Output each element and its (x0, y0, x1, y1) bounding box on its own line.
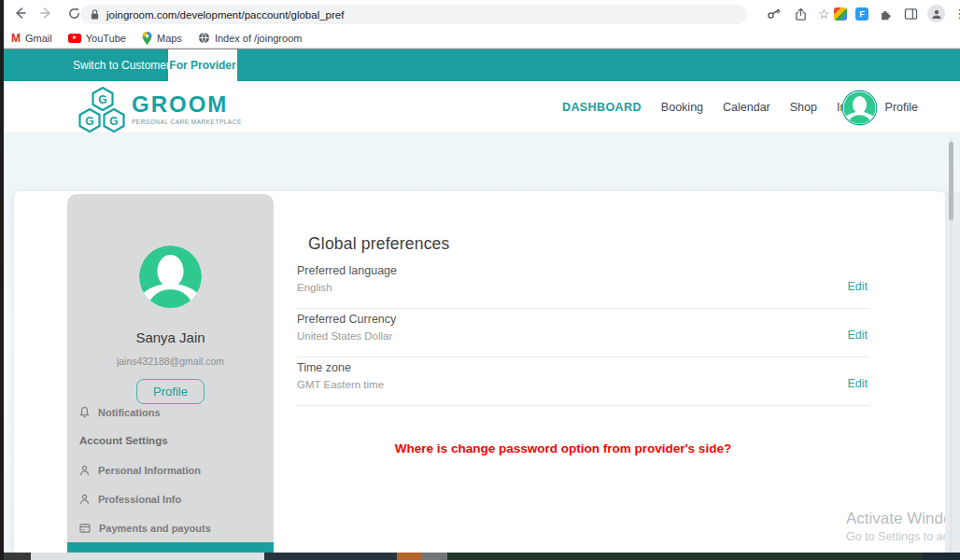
browser-menu-icon[interactable]: ⋮ (953, 7, 960, 20)
sidebar-item-notifications[interactable]: Notifications (67, 398, 274, 427)
preference-label: Time zone (297, 361, 351, 374)
edit-currency-link[interactable]: Edit (847, 329, 868, 342)
globe-icon (198, 32, 210, 44)
svg-text:G: G (98, 93, 106, 106)
person-icon (79, 465, 90, 476)
side-panel-icon[interactable] (902, 6, 919, 22)
sidebar-item-payments-and-payouts[interactable]: Payments and payouts (67, 513, 274, 542)
taskbar-edge (0, 553, 960, 560)
brand-name: GROOM (132, 93, 242, 116)
bookmark-star-icon[interactable]: ☆ (818, 7, 830, 21)
sidebar-menu: Notifications Account Settings Personal … (67, 398, 274, 560)
nav-calendar[interactable]: Calendar (723, 101, 770, 114)
nav-shop[interactable]: Shop (790, 101, 817, 114)
bell-icon (79, 406, 90, 418)
nav-booking[interactable]: Booking (661, 101, 703, 114)
extension-blue-icon[interactable]: F (855, 7, 868, 21)
preference-row-currency: Preferred Currency United States Dollar … (297, 309, 869, 357)
user-name: Sanya Jain (135, 329, 205, 345)
forward-icon[interactable] (38, 5, 55, 21)
groom-hexagon-mark: G G G (78, 86, 125, 134)
sidebar-item-professional-info[interactable]: Professional Info (67, 484, 274, 513)
edit-language-link[interactable]: Edit (847, 280, 868, 293)
preference-value: English (297, 282, 332, 293)
bookmark-index[interactable]: Index of /joingroom (198, 32, 303, 44)
preference-row-timezone: Time zone GMT Eastern time Edit (297, 357, 869, 406)
page-title: Global preferences (308, 234, 449, 254)
for-provider-tab[interactable]: For Provider (168, 49, 237, 82)
browser-profile-avatar[interactable] (927, 5, 945, 22)
preference-label: Preferred Currency (297, 313, 396, 326)
gmail-icon: M (11, 32, 21, 45)
header-avatar[interactable] (841, 90, 878, 126)
maps-pin-icon (142, 32, 152, 45)
window-left-edge (0, 0, 4, 560)
sidebar-item-personal-information[interactable]: Personal Information (67, 455, 274, 484)
bookmarks-bar: M Gmail YouTube Maps Index of /joingroom (0, 28, 960, 49)
nav-dashboard[interactable]: DASHBOARD (562, 101, 642, 114)
preferences-list: Preferred language English Edit Preferre… (297, 260, 869, 406)
sidebar-section-account-settings: Account Settings (67, 427, 274, 455)
sidebar-avatar (139, 245, 202, 308)
scrollbar-thumb[interactable] (949, 142, 953, 220)
activate-windows-watermark: Activate Windows Go to Settings to activ… (846, 510, 945, 543)
svg-text:G: G (109, 115, 118, 128)
reviewer-annotation: Where is change password option from pro… (274, 441, 853, 455)
url-text: joingroom.com/development/paccount/globa… (106, 9, 344, 21)
bookmark-maps[interactable]: Maps (142, 32, 182, 45)
youtube-icon (68, 34, 81, 43)
site-header: G G G GROOM PERSONAL CARE MARKETPLACE DA… (0, 81, 960, 133)
preference-value: GMT Eastern time (297, 379, 384, 390)
preference-label: Preferred language (297, 264, 397, 277)
extensions-puzzle-icon[interactable] (877, 6, 894, 22)
bookmark-youtube[interactable]: YouTube (68, 33, 126, 44)
switch-to-customer-tab[interactable]: Switch to Customer (73, 49, 170, 82)
address-bar[interactable]: joingroom.com/development/paccount/globa… (80, 5, 747, 24)
user-email: jains432188@gmail.com (117, 356, 224, 367)
brand-tagline: PERSONAL CARE MARKETPLACE (132, 119, 242, 125)
extension-colorful-icon[interactable] (834, 7, 847, 21)
role-switch-bar: Switch to Customer For Provider (0, 49, 960, 81)
card-icon (79, 524, 91, 533)
bookmark-gmail[interactable]: M Gmail (11, 32, 52, 45)
nav-profile[interactable]: Profile (885, 101, 918, 114)
account-sidebar: Sanya Jain jains432188@gmail.com Profile… (67, 194, 274, 560)
back-icon[interactable] (11, 5, 28, 21)
browser-toolbar: joingroom.com/development/paccount/globa… (0, 0, 960, 28)
preference-value: United States Dollar (297, 330, 392, 342)
share-icon[interactable] (792, 6, 809, 22)
svg-text:G: G (85, 115, 93, 128)
lock-icon (90, 8, 100, 21)
person-icon (79, 494, 90, 505)
password-key-icon[interactable] (766, 6, 783, 22)
right-gutter (945, 191, 960, 553)
groom-logo[interactable]: G G G GROOM PERSONAL CARE MARKETPLACE (78, 86, 242, 134)
preference-row-language: Preferred language English Edit (297, 260, 869, 309)
edit-timezone-link[interactable]: Edit (847, 377, 868, 390)
